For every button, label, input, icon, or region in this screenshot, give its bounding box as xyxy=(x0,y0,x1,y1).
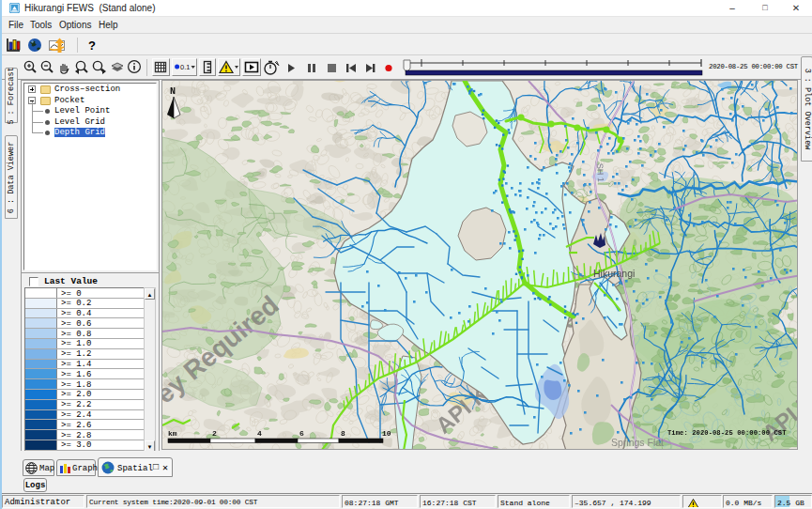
svg-text:Time: 2020-08-25 00:00:00 CST: Time: 2020-08-25 00:00:00 CST xyxy=(667,429,787,437)
svg-text:0.1: 0.1 xyxy=(180,63,190,71)
svg-text:Springs Flat: Springs Flat xyxy=(611,437,664,448)
svg-text:4: 4 xyxy=(257,429,262,438)
svg-text:10: 10 xyxy=(382,429,391,438)
svg-text:2: 2 xyxy=(212,429,217,438)
svg-text:?: ? xyxy=(88,39,96,53)
svg-text:6: 6 xyxy=(299,429,304,438)
svg-text:SH 1: SH 1 xyxy=(595,163,605,183)
svg-text:km: km xyxy=(168,429,177,438)
svg-text:Hikurangi: Hikurangi xyxy=(593,268,635,279)
svg-text:8: 8 xyxy=(341,429,345,438)
svg-text:N: N xyxy=(170,86,176,97)
